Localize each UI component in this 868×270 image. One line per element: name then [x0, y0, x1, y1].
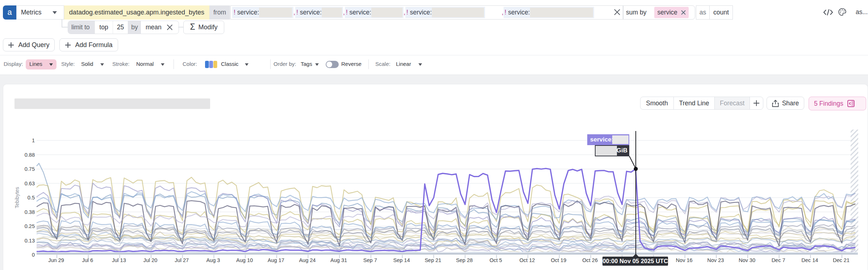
svg-text:0.75: 0.75	[25, 166, 35, 172]
svg-text:Jul 6: Jul 6	[82, 257, 93, 263]
svg-text:0.13: 0.13	[25, 238, 35, 244]
svg-text:Sep 14: Sep 14	[393, 257, 410, 263]
svg-text:Aug 31: Aug 31	[330, 257, 347, 263]
svg-text:Aug 3: Aug 3	[206, 257, 220, 263]
svg-text:Oct 26: Oct 26	[582, 257, 598, 263]
svg-text:1: 1	[32, 138, 35, 143]
svg-text:Aug 24: Aug 24	[299, 257, 316, 263]
svg-text:0: 0	[32, 252, 35, 258]
svg-text:Nov 30: Nov 30	[739, 257, 755, 263]
svg-text:Dec 7: Dec 7	[772, 257, 785, 263]
svg-text:Nov 16: Nov 16	[676, 257, 693, 263]
svg-text:Aug 10: Aug 10	[236, 257, 253, 263]
svg-text:Jul 27: Jul 27	[175, 257, 189, 263]
svg-text:0.25: 0.25	[25, 223, 35, 229]
svg-text:0.63: 0.63	[25, 181, 35, 186]
svg-text:Oct 5: Oct 5	[489, 257, 502, 263]
svg-text:Jul 20: Jul 20	[143, 257, 158, 263]
svg-text:Jul 13: Jul 13	[112, 257, 126, 263]
svg-text:Oct 12: Oct 12	[519, 257, 535, 263]
svg-text:Jun 29: Jun 29	[48, 257, 64, 263]
svg-text:Oct 19: Oct 19	[551, 257, 567, 263]
svg-text:Tebibytes: Tebibytes	[14, 187, 20, 208]
svg-text:Dec 21: Dec 21	[833, 257, 850, 263]
svg-text:0.88: 0.88	[25, 152, 35, 158]
svg-text:Sep 21: Sep 21	[425, 257, 441, 263]
svg-text:Nov 23: Nov 23	[707, 257, 724, 263]
svg-text:0.38: 0.38	[25, 209, 35, 215]
svg-text:0.5: 0.5	[28, 195, 35, 201]
svg-text:Sep 28: Sep 28	[456, 257, 473, 263]
svg-text:Dec 14: Dec 14	[801, 257, 818, 263]
svg-text:Sep 7: Sep 7	[363, 257, 377, 263]
svg-text:Aug 17: Aug 17	[268, 257, 284, 263]
